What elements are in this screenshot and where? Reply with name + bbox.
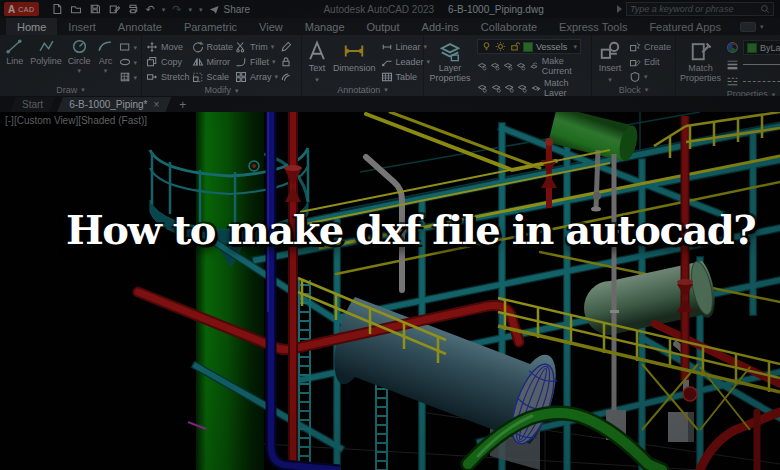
file-tab-drawing[interactable]: 6-B-1000_Piping* ×: [57, 97, 171, 112]
drawing-viewport[interactable]: [-][Custom View][Shaded (Fast)]: [0, 112, 780, 470]
circle-caret-icon: ▾: [77, 67, 81, 74]
line-tool[interactable]: Line: [4, 38, 25, 66]
stretch-tool[interactable]: Stretch: [146, 71, 190, 83]
insert-block-tool[interactable]: Insert ▾: [596, 38, 624, 83]
copy-tool[interactable]: Copy: [146, 56, 190, 68]
color-wheel-icon[interactable]: [726, 41, 739, 54]
ellipse-tool[interactable]: ▾: [119, 56, 137, 68]
plot-icon[interactable]: [127, 3, 139, 15]
block-attributes-tool[interactable]: ▾: [629, 70, 671, 83]
match-properties-tool[interactable]: Match Properties: [680, 38, 721, 84]
tab-collaborate[interactable]: Collaborate: [470, 18, 548, 35]
modify-panel-label[interactable]: Modify▾: [142, 84, 301, 96]
new-file-icon[interactable]: [51, 3, 63, 15]
qat-customize-icon[interactable]: ▾: [199, 6, 203, 13]
layer-merge-icon[interactable]: [504, 82, 514, 94]
tab-overflow-caret-icon: ▾: [760, 23, 764, 30]
explode-tool[interactable]: [280, 56, 292, 68]
fillet-tool[interactable]: Fillet▾: [235, 56, 278, 68]
tab-add-ins[interactable]: Add-ins: [411, 18, 470, 35]
trim-tool[interactable]: Trim▾: [235, 41, 278, 53]
tab-featured-apps[interactable]: Featured Apps: [638, 18, 732, 35]
search-expand-icon[interactable]: [617, 5, 622, 13]
layer-properties-tool[interactable]: Layer Properties: [428, 38, 472, 84]
undo-icon[interactable]: ↶: [146, 3, 155, 16]
rotate-tool[interactable]: Rotate: [192, 41, 234, 53]
title-bar: A CAD ↶ ▾ ↷ ▾ ▾ Share Autodesk AutoCAD 2…: [0, 0, 780, 18]
undo-caret-icon[interactable]: ▾: [162, 6, 166, 13]
piping-3d-model: [0, 112, 780, 470]
color-swatch: [747, 43, 757, 53]
tab-output[interactable]: Output: [356, 18, 411, 35]
tab-insert[interactable]: Insert: [57, 18, 107, 35]
erase-tool[interactable]: [280, 41, 292, 53]
panel-properties: Match Properties ByLayer ▾ ByLayer: [676, 35, 780, 96]
block-panel-label[interactable]: Block▾: [592, 83, 675, 96]
ribbon: Line Polyline Circle ▾ Arc ▾ ▾ ▾ ▾ Draw▾: [0, 35, 780, 96]
document-title: 6-B-1000_Piping.dwg: [448, 4, 544, 15]
dimension-tool[interactable]: Dimension: [333, 38, 376, 74]
layer-off-icon[interactable]: [477, 60, 487, 72]
quick-access-toolbar: ↶ ▾ ↷ ▾ ▾: [51, 3, 203, 16]
share-button[interactable]: Share: [209, 4, 251, 15]
hatch-tool[interactable]: ▾: [119, 71, 137, 83]
new-drawing-tab-button[interactable]: +: [173, 98, 192, 112]
tab-manage[interactable]: Manage: [294, 18, 356, 35]
save-icon[interactable]: [89, 3, 101, 15]
autocad-logo[interactable]: A CAD: [4, 2, 39, 16]
search-icon[interactable]: [760, 4, 770, 14]
layer-unisolate-icon[interactable]: [477, 82, 487, 94]
object-color-select[interactable]: ByLayer ▾: [743, 40, 780, 55]
properties-panel-label[interactable]: Properties▾: [676, 89, 780, 96]
tab-parametric[interactable]: Parametric: [173, 18, 248, 35]
make-current-label[interactable]: Make Current: [542, 56, 587, 76]
panel-layers: Layer Properties Vessels ▾: [424, 35, 592, 96]
ribbon-tab-bar: Home Insert Annotate Parametric View Man…: [0, 18, 780, 35]
close-tab-icon[interactable]: ×: [154, 99, 160, 110]
create-block-tool[interactable]: Create: [629, 40, 671, 53]
open-file-icon[interactable]: [70, 3, 82, 15]
make-current-icon[interactable]: [529, 60, 539, 72]
layer-lock-icon[interactable]: [503, 60, 513, 72]
array-tool[interactable]: Array▾: [235, 71, 278, 83]
table-tool[interactable]: Table: [381, 70, 431, 83]
save-as-icon[interactable]: [108, 3, 120, 15]
scale-tool[interactable]: Scale: [192, 71, 234, 83]
search-input[interactable]: [630, 4, 760, 14]
panel-draw: Line Polyline Circle ▾ Arc ▾ ▾ ▾ ▾ Draw▾: [0, 35, 142, 96]
tab-annotate[interactable]: Annotate: [107, 18, 173, 35]
mirror-tool[interactable]: Mirror: [192, 56, 234, 68]
layer-select[interactable]: Vessels ▾: [477, 39, 581, 54]
leader-tool[interactable]: Leader▾: [381, 55, 431, 68]
match-layer-label[interactable]: Match Layer: [544, 78, 587, 96]
offset-tool[interactable]: [280, 71, 292, 83]
match-layer-icon[interactable]: [531, 82, 541, 94]
redo-caret-icon[interactable]: ▾: [188, 6, 192, 13]
tab-express-tools[interactable]: Express Tools: [548, 18, 638, 35]
tab-overflow[interactable]: ▾: [732, 18, 772, 35]
circle-tool[interactable]: Circle ▾: [67, 38, 92, 74]
tab-home[interactable]: Home: [6, 18, 57, 35]
layer-isolate-icon[interactable]: [516, 60, 526, 72]
polyline-tool[interactable]: Polyline: [30, 38, 62, 66]
layer-delete-icon[interactable]: [517, 82, 527, 94]
layer-walk-icon[interactable]: [491, 82, 501, 94]
layer-thaw-icon: [495, 41, 506, 52]
arc-tool[interactable]: Arc ▾: [96, 38, 114, 74]
help-search: [617, 2, 774, 16]
layer-freeze-icon[interactable]: [490, 60, 500, 72]
annotation-panel-label[interactable]: Annotation▾: [302, 83, 423, 96]
text-tool[interactable]: Text ▾: [306, 38, 328, 83]
edit-block-tool[interactable]: Edit: [629, 55, 671, 68]
file-tab-start[interactable]: Start: [10, 97, 55, 112]
viewport-controls[interactable]: [-][Custom View][Shaded (Fast)]: [5, 115, 147, 126]
lineweight-select[interactable]: ByLayer: [726, 57, 780, 72]
linear-dimension-tool[interactable]: Linear▾: [381, 40, 431, 53]
move-tool[interactable]: Move: [146, 41, 190, 53]
rectangle-tool[interactable]: ▾: [119, 41, 137, 53]
tab-view[interactable]: View: [248, 18, 294, 35]
linetype-select[interactable]: ByLayer: [726, 74, 780, 89]
draw-panel-label[interactable]: Draw▾: [0, 83, 141, 96]
share-label: Share: [224, 4, 251, 15]
redo-icon[interactable]: ↷: [172, 3, 181, 16]
